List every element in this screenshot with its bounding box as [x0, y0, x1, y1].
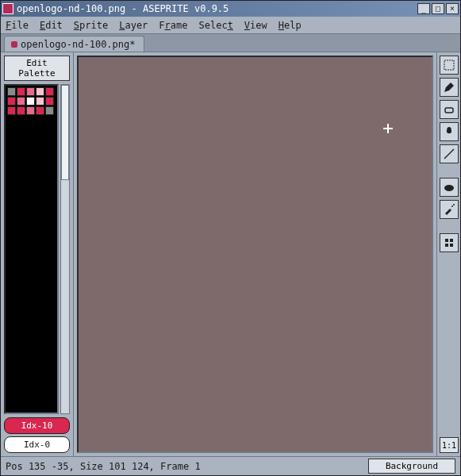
close-button[interactable]: × — [446, 3, 459, 14]
svg-rect-6 — [445, 239, 448, 242]
menu-file[interactable]: File — [6, 20, 29, 31]
tabbar: openlogo-nd-100.png* — [1, 34, 460, 52]
menubar: File Edit Sprite Layer Frame Select View… — [1, 17, 460, 34]
svg-rect-9 — [450, 244, 453, 247]
marquee-tool[interactable] — [440, 56, 459, 75]
pencil-tool[interactable] — [440, 78, 459, 97]
svg-line-2 — [444, 149, 454, 159]
scrollbar-thumb[interactable] — [61, 85, 69, 180]
app-icon — [2, 3, 13, 14]
swatch-12[interactable] — [26, 106, 35, 115]
swatch-1[interactable] — [17, 87, 25, 96]
swatch-7[interactable] — [26, 97, 35, 106]
svg-rect-0 — [444, 60, 454, 70]
bucket-tool[interactable] — [440, 122, 459, 141]
palette-wrap — [4, 84, 70, 414]
blob-tool[interactable] — [440, 178, 459, 197]
index-b-button[interactable]: Idx-0 — [4, 436, 70, 453]
toolbar: 1:1 — [436, 52, 460, 456]
window-title: openlogo-nd-100.png - ASEPRITE v0.9.5 — [17, 3, 417, 14]
left-panel: Edit Palette Idx-10 Idx-0 — [1, 52, 74, 456]
menu-sprite[interactable]: Sprite — [74, 20, 108, 31]
eraser-tool[interactable] — [440, 100, 459, 119]
swatch-13[interactable] — [36, 106, 44, 115]
index-buttons: Idx-10 Idx-0 — [4, 417, 70, 453]
swatch-11[interactable] — [17, 106, 25, 115]
workspace: Edit Palette Idx-10 Idx-0 — [1, 52, 460, 456]
svg-point-3 — [444, 185, 454, 191]
menu-edit[interactable]: Edit — [40, 20, 63, 31]
menu-frame[interactable]: Frame — [159, 20, 187, 31]
tab-icon — [11, 41, 17, 48]
minimize-button[interactable]: _ — [417, 3, 430, 14]
menu-layer[interactable]: Layer — [119, 20, 148, 31]
menu-help[interactable]: Help — [279, 20, 302, 31]
spray-tool[interactable] — [440, 200, 459, 219]
center-panel — [74, 52, 436, 456]
swatch-0[interactable] — [7, 87, 16, 96]
palette-scrollbar[interactable] — [60, 84, 70, 414]
layer-button[interactable]: Background — [368, 459, 455, 474]
app-window: openlogo-nd-100.png - ASEPRITE v0.9.5 _ … — [0, 0, 461, 476]
titlebar[interactable]: openlogo-nd-100.png - ASEPRITE v0.9.5 _ … — [1, 1, 460, 17]
window-buttons: _ □ × — [417, 3, 459, 14]
svg-rect-7 — [450, 239, 453, 242]
line-tool[interactable] — [440, 144, 459, 163]
svg-point-5 — [453, 204, 455, 205]
config-tool[interactable] — [440, 233, 459, 252]
svg-rect-1 — [445, 108, 453, 113]
edit-palette-button[interactable]: Edit Palette — [4, 56, 70, 81]
zoom-reset-button[interactable]: 1:1 — [440, 437, 459, 453]
swatch-4[interactable] — [45, 87, 54, 96]
svg-rect-8 — [445, 244, 448, 247]
maximize-button[interactable]: □ — [432, 3, 444, 14]
swatch-8[interactable] — [36, 97, 44, 106]
status-text: Pos 135 -35, Size 101 124, Frame 1 — [6, 461, 363, 472]
menu-select[interactable]: Select — [199, 20, 233, 31]
swatch-10[interactable] — [7, 106, 16, 115]
swatch-9[interactable] — [45, 97, 54, 106]
svg-point-4 — [451, 205, 453, 207]
swatch-2[interactable] — [26, 87, 35, 96]
menu-view[interactable]: View — [244, 20, 267, 31]
swatch-5[interactable] — [7, 97, 16, 106]
index-a-button[interactable]: Idx-10 — [4, 417, 70, 434]
canvas[interactable] — [77, 56, 433, 453]
swatch-6[interactable] — [17, 97, 25, 106]
swatch-3[interactable] — [36, 87, 44, 96]
statusbar: Pos 135 -35, Size 101 124, Frame 1 Backg… — [1, 456, 460, 475]
palette[interactable] — [4, 84, 59, 414]
palette-swatches — [7, 87, 54, 115]
tab-document[interactable]: openlogo-nd-100.png* — [4, 36, 144, 52]
tab-label: openlogo-nd-100.png* — [21, 39, 136, 50]
cursor-crosshair-icon — [383, 124, 393, 133]
swatch-14[interactable] — [45, 106, 54, 115]
